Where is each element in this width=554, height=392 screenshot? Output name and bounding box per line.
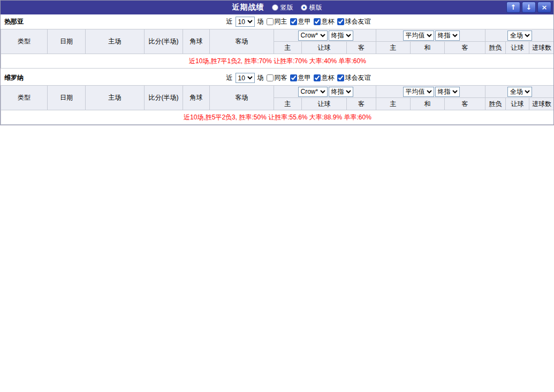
- col-corner: 角球: [183, 29, 210, 54]
- average-stage-select[interactable]: 终指: [435, 87, 460, 97]
- col-odds-away: 客: [347, 98, 376, 110]
- col-avg-draw: 和: [411, 42, 445, 54]
- window-title: 近期战绩: [232, 3, 264, 12]
- col-home: 主场: [86, 29, 145, 54]
- layout-radio-vertical[interactable]: 竖版: [272, 3, 293, 12]
- col-away: 客场: [210, 29, 274, 54]
- recent-results-window: 近期战绩 竖版 横版 ↑ ↓ × 热那亚 近 10 场 同主 意甲: [0, 0, 554, 125]
- col-avg-draw: 和: [411, 98, 445, 110]
- col-odds-home: 主: [274, 42, 302, 54]
- same-venue-option[interactable]: 同主: [267, 17, 287, 26]
- col-corner: 角球: [183, 86, 210, 110]
- odds-stage-select[interactable]: 终指: [329, 87, 353, 97]
- titlebar-center: 近期战绩 竖版 横版: [1, 3, 553, 12]
- radio-horizontal-label: 横版: [309, 3, 322, 12]
- titlebar: 近期战绩 竖版 横版 ↑ ↓ ×: [1, 1, 553, 14]
- layout-radio-horizontal[interactable]: 横版: [301, 3, 322, 12]
- col-avg-away: 客: [445, 42, 485, 54]
- col-odds-handicap: 让球: [302, 42, 347, 54]
- filter-bar: 近 10 场 同客 意甲 意杯 球会友谊: [226, 73, 371, 83]
- bookmaker-select[interactable]: Crow*: [298, 31, 328, 41]
- summary-row: 近10场,胜5平2负3, 胜率:50% 让胜率:55.6% 大率:88.9% 单…: [1, 110, 554, 125]
- col-score: 比分(半场): [145, 29, 183, 54]
- league-option-friendly[interactable]: 球会友谊: [337, 17, 371, 26]
- odds-group-header: Crow*终指: [274, 29, 376, 42]
- radio-vertical-label: 竖版: [280, 3, 293, 12]
- league-option-friendly[interactable]: 球会友谊: [337, 73, 371, 82]
- same-venue-label: 同客: [275, 73, 287, 82]
- close-button[interactable]: ×: [537, 2, 551, 13]
- scroll-down-button[interactable]: ↓: [522, 2, 536, 13]
- average-select[interactable]: 平均值: [403, 87, 434, 97]
- fulltime-select[interactable]: 全场: [507, 31, 532, 41]
- window-buttons: ↑ ↓ ×: [506, 2, 551, 13]
- col-odds-away: 客: [347, 42, 376, 54]
- col-avg-home: 主: [376, 42, 411, 54]
- team-name: 热那亚: [4, 17, 24, 26]
- col-handicap-result: 让球: [506, 42, 529, 54]
- seriea-label: 意甲: [298, 73, 311, 82]
- filter-near-label: 近: [226, 17, 233, 26]
- col-result: 胜负: [485, 42, 506, 54]
- average-group-header: 平均值终指: [376, 29, 485, 42]
- result-group-header: 全场: [485, 86, 554, 98]
- section-verona: 维罗纳 近 10 场 同客 意甲 意杯 球会友谊 类型 日期: [1, 71, 553, 125]
- section-genoa: 热那亚 近 10 场 同主 意甲 意杯 球会友谊 类型 日期: [1, 14, 553, 69]
- friendly-checkbox[interactable]: [337, 74, 344, 81]
- filter-bar: 近 10 场 同主 意甲 意杯 球会友谊: [226, 17, 371, 27]
- col-avg-home: 主: [376, 98, 411, 110]
- col-type: 类型: [1, 86, 48, 110]
- filter-games-label: 场: [257, 73, 264, 82]
- col-odds-handicap: 让球: [302, 98, 347, 110]
- fulltime-select[interactable]: 全场: [507, 87, 532, 97]
- odds-group-header: Crow*终指: [274, 86, 376, 98]
- friendly-label: 球会友谊: [345, 73, 371, 82]
- same-venue-checkbox[interactable]: [267, 74, 274, 81]
- match-count-select[interactable]: 10: [236, 17, 255, 27]
- team-name: 维罗纳: [4, 73, 24, 82]
- summary-text: 近10场,胜5平2负3, 胜率:50% 让胜率:55.6% 大率:88.9% 单…: [1, 110, 554, 125]
- summary-text: 近10场,胜7平1负2, 胜率:70% 让胜率:70% 大率:40% 单率:60…: [1, 54, 554, 69]
- matches-table: 类型 日期 主场 比分(半场) 角球 客场 Crow*终指 平均值终指 全场: [1, 29, 554, 69]
- header-row-groups: 类型 日期 主场 比分(半场) 角球 客场 Crow*终指 平均值终指 全场: [1, 29, 554, 42]
- col-date: 日期: [48, 29, 86, 54]
- col-date: 日期: [48, 86, 86, 110]
- league-option-seriea[interactable]: 意甲: [290, 73, 311, 82]
- col-away: 客场: [210, 86, 274, 110]
- section-bar: 热那亚 近 10 场 同主 意甲 意杯 球会友谊: [1, 14, 553, 29]
- league-option-coppa[interactable]: 意杯: [314, 73, 335, 82]
- col-odds-home: 主: [274, 98, 302, 110]
- league-option-coppa[interactable]: 意杯: [314, 17, 335, 26]
- radio-circle-icon[interactable]: [272, 4, 278, 11]
- friendly-label: 球会友谊: [345, 17, 371, 26]
- match-count-select[interactable]: 10: [236, 73, 255, 83]
- coppa-label: 意杯: [322, 73, 335, 82]
- average-select[interactable]: 平均值: [403, 31, 434, 41]
- col-goals: 进球数: [529, 42, 554, 54]
- header-row-groups: 类型 日期 主场 比分(半场) 角球 客场 Crow*终指 平均值终指 全场: [1, 86, 554, 98]
- league-option-seriea[interactable]: 意甲: [290, 17, 311, 26]
- summary-row: 近10场,胜7平1负2, 胜率:70% 让胜率:70% 大率:40% 单率:60…: [1, 54, 554, 69]
- average-group-header: 平均值终指: [376, 86, 485, 98]
- same-venue-label: 同主: [275, 17, 287, 26]
- friendly-checkbox[interactable]: [337, 18, 344, 25]
- col-type: 类型: [1, 29, 48, 54]
- average-stage-select[interactable]: 终指: [435, 31, 460, 41]
- seriea-checkbox[interactable]: [290, 18, 297, 25]
- radio-circle-checked-icon[interactable]: [301, 4, 307, 11]
- scroll-up-button[interactable]: ↑: [506, 2, 520, 13]
- same-venue-checkbox[interactable]: [267, 18, 274, 25]
- seriea-checkbox[interactable]: [290, 74, 297, 81]
- filter-near-label: 近: [226, 73, 233, 82]
- matches-table: 类型 日期 主场 比分(半场) 角球 客场 Crow*终指 平均值终指 全场: [1, 85, 554, 125]
- coppa-checkbox[interactable]: [314, 18, 321, 25]
- seriea-label: 意甲: [298, 17, 311, 26]
- odds-stage-select[interactable]: 终指: [329, 31, 353, 41]
- col-score: 比分(半场): [145, 86, 183, 110]
- col-result: 胜负: [485, 98, 506, 110]
- coppa-label: 意杯: [322, 17, 335, 26]
- coppa-checkbox[interactable]: [314, 74, 321, 81]
- bookmaker-select[interactable]: Crow*: [298, 87, 328, 97]
- result-group-header: 全场: [485, 29, 554, 42]
- same-venue-option[interactable]: 同客: [267, 73, 287, 82]
